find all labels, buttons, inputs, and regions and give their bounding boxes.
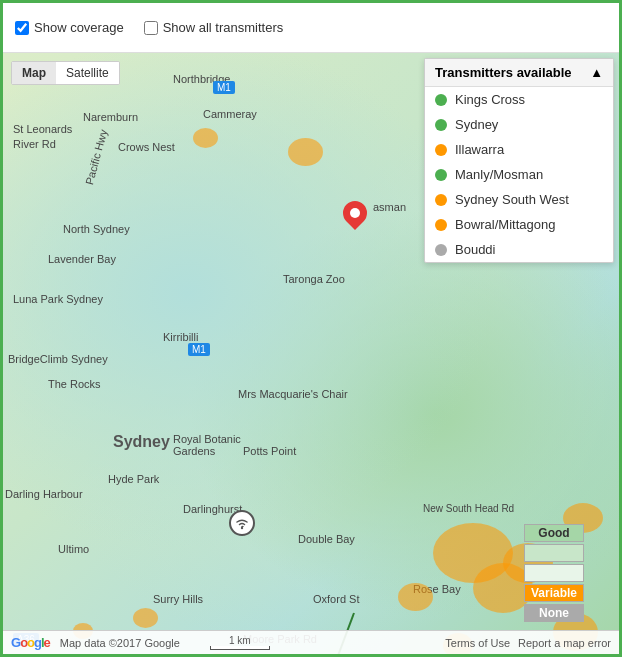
satellite-button[interactable]: Satellite — [56, 62, 119, 84]
transmitters-panel: Transmitters available ▲ Kings Cross Syd… — [424, 58, 614, 263]
map-type-buttons: Map Satellite — [11, 61, 120, 85]
transmitter-sydney-sw: Sydney South West — [425, 187, 613, 212]
map-area[interactable]: Map Satellite Northbridge Naremburn St L… — [3, 53, 619, 654]
scale-line — [210, 646, 270, 650]
coverage-orange-8 — [133, 608, 158, 628]
show-transmitters-checkbox[interactable] — [144, 21, 158, 35]
wifi-circle — [229, 510, 255, 536]
dot-kings-cross — [435, 94, 447, 106]
map-data-text: Map data ©2017 Google — [60, 637, 180, 649]
show-transmitters-label[interactable]: Show all transmitters — [144, 20, 284, 35]
label-bowral: Bowral/Mittagong — [455, 217, 555, 232]
map-pin — [343, 201, 367, 233]
label-sydney-sw: Sydney South West — [455, 192, 569, 207]
wifi-icon — [228, 509, 256, 537]
bottom-links: Terms of Use Report a map error — [445, 637, 611, 649]
show-coverage-checkbox[interactable] — [15, 21, 29, 35]
pin-inner — [348, 206, 362, 220]
transmitter-kings-cross: Kings Cross — [425, 87, 613, 112]
transmitter-bouddi: Bouddi — [425, 237, 613, 262]
show-coverage-label[interactable]: Show coverage — [15, 20, 124, 35]
coverage-orange-5 — [398, 583, 433, 611]
legend-box-mid1 — [524, 544, 584, 562]
report-link[interactable]: Report a map error — [518, 637, 611, 649]
label-sydney-tx: Sydney — [455, 117, 498, 132]
coverage-orange-11 — [288, 138, 323, 166]
legend-variable: Variable — [524, 584, 614, 602]
google-logo: Google — [11, 635, 50, 650]
dot-sydney-sw — [435, 194, 447, 206]
transmitters-title: Transmitters available — [435, 65, 572, 80]
coverage-orange-12 — [193, 128, 218, 148]
scale-label: 1 km — [229, 635, 251, 646]
legend-none: None — [524, 604, 614, 622]
bottom-bar: Google Map data ©2017 Google 1 km Terms … — [3, 630, 619, 654]
terms-link[interactable]: Terms of Use — [445, 637, 510, 649]
transmitter-manly: Manly/Mosman — [425, 162, 613, 187]
legend-good-label: Good — [538, 526, 569, 540]
label-manly: Manly/Mosman — [455, 167, 543, 182]
dot-manly — [435, 169, 447, 181]
label-kings-cross: Kings Cross — [455, 92, 525, 107]
transmitters-header: Transmitters available ▲ — [425, 59, 613, 87]
show-coverage-text: Show coverage — [34, 20, 124, 35]
legend-mid2 — [524, 564, 614, 582]
svg-point-1 — [241, 527, 243, 529]
legend: Good Variable — [524, 524, 614, 624]
legend-good: Good — [524, 524, 614, 542]
dot-bouddi — [435, 244, 447, 256]
legend-variable-label: Variable — [531, 586, 577, 600]
legend-mid1 — [524, 544, 614, 562]
top-bar: Show coverage Show all transmitters — [3, 3, 619, 53]
transmitter-sydney: Sydney — [425, 112, 613, 137]
dot-bowral — [435, 219, 447, 231]
label-bouddi: Bouddi — [455, 242, 495, 257]
label-illawarra: Illawarra — [455, 142, 504, 157]
dot-sydney — [435, 119, 447, 131]
transmitters-arrow: ▲ — [590, 65, 603, 80]
pin-body — [338, 196, 372, 230]
dot-illawarra — [435, 144, 447, 156]
map-button[interactable]: Map — [12, 62, 56, 84]
app-container: Show coverage Show all transmitters Map … — [0, 0, 622, 657]
legend-none-label: None — [539, 606, 569, 620]
legend-box-mid2 — [524, 564, 584, 582]
scale-bar: 1 km — [210, 635, 270, 650]
transmitter-illawarra: Illawarra — [425, 137, 613, 162]
show-transmitters-text: Show all transmitters — [163, 20, 284, 35]
transmitter-bowral: Bowral/Mittagong — [425, 212, 613, 237]
